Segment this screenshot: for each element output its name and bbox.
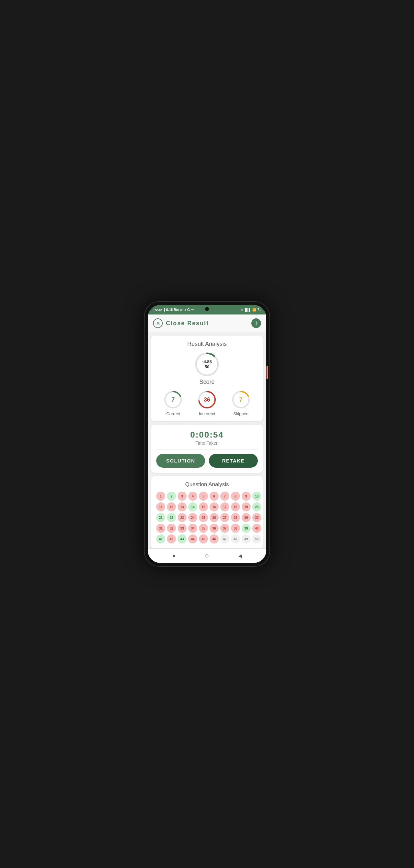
question-analysis-card: Question Analysis 1234567891011121314151…	[151, 476, 263, 548]
question-item-7[interactable]: 7	[220, 492, 229, 501]
correct-stat: 7 Correct	[163, 390, 183, 416]
result-analysis-title: Result Analysis	[156, 341, 258, 347]
question-item-24[interactable]: 24	[188, 513, 197, 522]
question-item-18[interactable]: 18	[231, 502, 240, 512]
result-analysis-card: Result Analysis -4.88 50 Score	[151, 336, 263, 422]
bluetooth-icon: ∗	[240, 308, 243, 312]
question-analysis-title: Question Analysis	[156, 481, 258, 488]
nav-bar: ■ ⊙ ◀	[148, 548, 266, 563]
question-item-5[interactable]: 5	[199, 492, 208, 501]
home-nav-button[interactable]: ⊙	[203, 552, 211, 560]
score-circle: -4.88 50	[194, 351, 220, 377]
question-item-28[interactable]: 28	[231, 513, 240, 522]
question-item-32[interactable]: 32	[167, 524, 176, 533]
question-item-26[interactable]: 26	[210, 513, 219, 522]
triangle-icon: ◀	[238, 553, 242, 558]
question-item-36[interactable]: 36	[210, 524, 219, 533]
incorrect-stat: 36 Incorrect	[197, 390, 217, 416]
question-item-35[interactable]: 35	[199, 524, 208, 533]
question-item-2[interactable]: 2	[167, 492, 176, 501]
score-label: Score	[199, 379, 214, 385]
question-item-46[interactable]: 46	[210, 534, 219, 544]
time-label: Time Taken	[156, 440, 258, 450]
question-item-40[interactable]: 40	[252, 524, 261, 533]
action-buttons: SOLUTION RETAKE	[156, 454, 258, 468]
incorrect-value: 36	[204, 397, 210, 403]
question-item-44[interactable]: 44	[188, 534, 197, 544]
signal-icon: ▐▌▌	[244, 308, 251, 312]
question-item-48[interactable]: 48	[231, 534, 240, 544]
question-item-31[interactable]: 31	[156, 524, 165, 533]
main-content: Result Analysis -4.88 50 Score	[148, 332, 266, 548]
question-item-34[interactable]: 34	[188, 524, 197, 533]
score-numerator: -4.88	[202, 360, 212, 364]
skipped-circle: 7	[231, 390, 251, 409]
question-item-43[interactable]: 43	[178, 534, 186, 544]
retake-button[interactable]: RETAKE	[209, 454, 258, 468]
correct-label: Correct	[166, 411, 180, 416]
time-card: 0:00:54 Time Taken SOLUTION RETAKE	[151, 425, 263, 473]
question-item-10[interactable]: 10	[252, 492, 261, 501]
score-wrapper: -4.88 50 Score	[156, 351, 258, 385]
question-item-20[interactable]: 20	[252, 502, 261, 512]
status-left: 15:32 | 0.1KB/s ▷ ▷ G ···	[153, 308, 194, 312]
question-item-45[interactable]: 45	[199, 534, 208, 544]
close-button[interactable]: ✕	[153, 318, 163, 328]
skipped-stat: 7 Skipped	[231, 390, 251, 416]
question-item-1[interactable]: 1	[156, 492, 165, 501]
time-display: 15:32	[153, 308, 162, 312]
question-item-38[interactable]: 38	[231, 524, 240, 533]
question-item-14[interactable]: 14	[188, 502, 197, 512]
incorrect-circle: 36	[197, 390, 217, 409]
question-item-16[interactable]: 16	[210, 502, 219, 512]
page-title: Close Result	[166, 320, 209, 327]
question-item-4[interactable]: 4	[188, 492, 197, 501]
question-item-41[interactable]: 41	[156, 534, 165, 544]
question-item-11[interactable]: 11	[156, 502, 165, 512]
question-item-30[interactable]: 30	[252, 513, 261, 522]
question-item-3[interactable]: 3	[178, 492, 186, 501]
question-item-42[interactable]: 42	[167, 534, 176, 544]
question-item-21[interactable]: 21	[156, 513, 165, 522]
header: ✕ Close Result i	[148, 314, 266, 332]
square-icon: ■	[173, 553, 175, 558]
question-item-6[interactable]: 6	[210, 492, 219, 501]
info-button[interactable]: i	[251, 318, 261, 328]
question-item-13[interactable]: 13	[178, 502, 186, 512]
network-speed: | 0.1KB/s ▷ ▷ G ···	[164, 308, 194, 312]
wifi-icon: 📶	[252, 308, 256, 312]
question-item-17[interactable]: 17	[220, 502, 229, 512]
question-item-8[interactable]: 8	[231, 492, 240, 501]
skipped-value: 7	[239, 397, 243, 403]
question-item-27[interactable]: 27	[220, 513, 229, 522]
question-item-19[interactable]: 19	[242, 502, 251, 512]
score-text: -4.88 50	[202, 360, 212, 370]
question-item-29[interactable]: 29	[242, 513, 251, 522]
question-item-12[interactable]: 12	[167, 502, 176, 512]
question-item-23[interactable]: 23	[178, 513, 186, 522]
question-item-50[interactable]: 50	[252, 534, 261, 544]
question-grid: 1234567891011121314151617181920212223242…	[156, 492, 258, 544]
question-item-37[interactable]: 37	[220, 524, 229, 533]
back-nav-button[interactable]: ■	[170, 552, 178, 560]
battery-display: 71	[257, 308, 261, 312]
question-item-22[interactable]: 22	[167, 513, 176, 522]
status-right: ∗ ▐▌▌ 📶 71	[240, 308, 261, 312]
question-item-49[interactable]: 49	[242, 534, 251, 544]
incorrect-label: Incorrect	[199, 411, 215, 416]
recents-nav-button[interactable]: ◀	[236, 552, 244, 560]
question-item-9[interactable]: 9	[242, 492, 251, 501]
time-value: 0:00:54	[156, 430, 258, 440]
stats-row: 7 Correct 36 Incorrect	[156, 390, 258, 416]
correct-value: 7	[171, 397, 175, 403]
correct-circle: 7	[163, 390, 183, 409]
question-item-33[interactable]: 33	[178, 524, 186, 533]
question-item-39[interactable]: 39	[242, 524, 251, 533]
home-icon: ⊙	[205, 553, 209, 558]
question-item-15[interactable]: 15	[199, 502, 208, 512]
question-item-25[interactable]: 25	[199, 513, 208, 522]
skipped-label: Skipped	[233, 411, 248, 416]
header-left: ✕ Close Result	[153, 318, 209, 328]
solution-button[interactable]: SOLUTION	[156, 454, 205, 468]
question-item-47[interactable]: 47	[220, 534, 229, 544]
